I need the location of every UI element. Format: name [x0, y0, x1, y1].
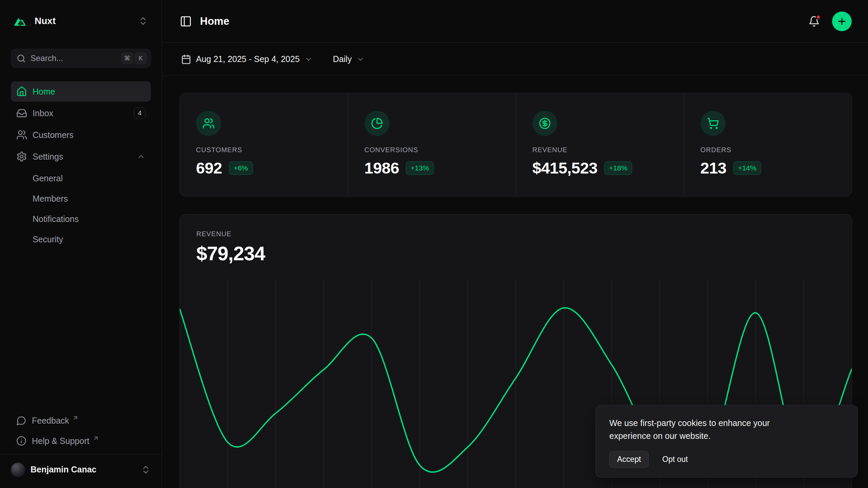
- filters-toolbar: Aug 21, 2025 - Sep 4, 2025 Daily: [162, 43, 868, 76]
- stat-delta-badge: +13%: [406, 161, 434, 175]
- stat-label: ORDERS: [701, 146, 836, 154]
- sidebar-item-home[interactable]: Home: [11, 81, 151, 102]
- sidebar-item-label: Settings: [33, 152, 63, 162]
- sidebar-item-notifications[interactable]: Notifications: [11, 209, 151, 229]
- chevron-down-icon: [304, 55, 313, 63]
- help-support-label: Help & Support: [32, 436, 90, 446]
- stat-value: 1986: [364, 159, 399, 177]
- external-link-icon: [73, 415, 79, 421]
- sidebar-item-label: Customers: [33, 130, 74, 140]
- circle-dollar-icon: [532, 111, 557, 136]
- main-area: Home Aug 21, 2025 - Sep 4, 2025 Daily: [162, 0, 868, 488]
- team-switcher[interactable]: Nuxt: [11, 12, 151, 30]
- stat-label: CONVERSIONS: [364, 146, 500, 154]
- feedback-label: Feedback: [32, 416, 69, 426]
- notifications-button[interactable]: [808, 16, 820, 27]
- stat-card-orders[interactable]: ORDERS 213 +14%: [684, 93, 852, 196]
- users-icon: [16, 129, 27, 140]
- inbox-count-badge: 4: [134, 107, 145, 119]
- sidebar-item-inbox[interactable]: Inbox 4: [11, 103, 151, 123]
- sidebar-item-members[interactable]: Members: [11, 188, 151, 209]
- team-name: Nuxt: [35, 16, 56, 26]
- date-range-value: Aug 21, 2025 - Sep 4, 2025: [196, 54, 300, 64]
- sidebar-item-general[interactable]: General: [11, 168, 151, 188]
- info-icon: [16, 436, 26, 446]
- granularity-select[interactable]: Daily: [332, 52, 366, 67]
- sidebar-item-label: Security: [33, 235, 63, 244]
- page-title: Home: [200, 15, 229, 27]
- chevrons-up-down-icon: [138, 16, 148, 26]
- cookie-message: We use first-party cookies to enhance yo…: [609, 417, 803, 442]
- nuxt-logo-icon: [14, 16, 28, 26]
- header-actions: [808, 12, 852, 31]
- add-button[interactable]: [832, 12, 852, 31]
- stat-delta-badge: +18%: [604, 161, 632, 175]
- sidebar-item-label: Home: [33, 87, 55, 97]
- cookie-banner: We use first-party cookies to enhance yo…: [595, 405, 858, 477]
- calendar-icon: [181, 54, 191, 64]
- gear-icon: [16, 151, 27, 162]
- house-icon: [16, 86, 27, 97]
- chevron-down-icon: [356, 55, 364, 63]
- chevrons-up-down-icon: [141, 465, 151, 475]
- feedback-link[interactable]: Feedback: [11, 411, 151, 430]
- stat-value: 213: [701, 159, 727, 177]
- notification-dot: [816, 15, 821, 20]
- stat-delta-badge: +14%: [733, 161, 761, 175]
- panel-left-icon: [180, 15, 192, 27]
- revenue-chart-label: REVENUE: [196, 230, 835, 238]
- date-range-picker[interactable]: Aug 21, 2025 - Sep 4, 2025: [180, 52, 314, 67]
- granularity-value: Daily: [333, 54, 352, 64]
- shopping-cart-icon: [701, 111, 726, 136]
- sidebar-item-label: General: [33, 174, 63, 183]
- user-menu[interactable]: Benjamin Canac: [0, 454, 162, 485]
- stat-delta-badge: +6%: [229, 161, 253, 175]
- chart-pie-icon: [364, 111, 390, 136]
- message-circle-icon: [16, 415, 26, 426]
- stat-label: CUSTOMERS: [196, 146, 332, 154]
- cookie-accept-button[interactable]: Accept: [609, 451, 649, 468]
- avatar: [11, 463, 25, 477]
- sidebar-item-label: Members: [33, 194, 68, 204]
- inbox-icon: [16, 108, 27, 119]
- revenue-chart-value: $79,234: [196, 242, 835, 265]
- plus-icon: [837, 16, 847, 26]
- sidebar-item-label: Inbox: [33, 108, 53, 118]
- stat-card-customers[interactable]: CUSTOMERS 692 +6%: [180, 93, 348, 196]
- sidebar-item-settings[interactable]: Settings: [11, 146, 151, 167]
- search-kbd-group: ⌘ K: [121, 53, 146, 64]
- sidebar-toggle-button[interactable]: [180, 15, 192, 27]
- sidebar-item-customers[interactable]: Customers: [11, 125, 151, 145]
- chevron-up-icon: [137, 152, 145, 161]
- cookie-optout-button[interactable]: Opt out: [661, 451, 689, 467]
- sidebar-item-security[interactable]: Security: [11, 229, 151, 249]
- stat-value: 692: [196, 159, 222, 177]
- sidebar-item-label: Notifications: [33, 214, 79, 224]
- stat-value: $415,523: [532, 159, 597, 177]
- stats-panel: CUSTOMERS 692 +6% CONVERSIONS 1986 +13%: [179, 93, 852, 197]
- users-icon: [196, 111, 221, 136]
- sidebar-footer: Feedback Help & Support Benjamin Canac: [11, 411, 151, 488]
- stat-label: REVENUE: [532, 146, 668, 154]
- search-placeholder: Search...: [31, 54, 63, 63]
- settings-subnav: General Members Notifications Security: [11, 168, 151, 249]
- kbd-meta: ⌘: [121, 53, 133, 64]
- sidebar: Nuxt Search... ⌘ K Home Inbox 4: [0, 0, 162, 488]
- search-icon: [17, 54, 26, 63]
- kbd-k: K: [135, 53, 146, 64]
- help-support-link[interactable]: Help & Support: [11, 431, 151, 451]
- external-link-icon: [93, 435, 99, 441]
- search-input[interactable]: Search... ⌘ K: [11, 49, 151, 68]
- sidebar-nav: Home Inbox 4 Customers Settings General: [11, 81, 151, 249]
- user-name: Benjamin Canac: [31, 465, 97, 474]
- page-header: Home: [162, 0, 868, 43]
- app: Nuxt Search... ⌘ K Home Inbox 4: [0, 0, 868, 488]
- stat-card-revenue[interactable]: REVENUE $415,523 +18%: [516, 93, 684, 196]
- stat-card-conversions[interactable]: CONVERSIONS 1986 +13%: [348, 93, 516, 196]
